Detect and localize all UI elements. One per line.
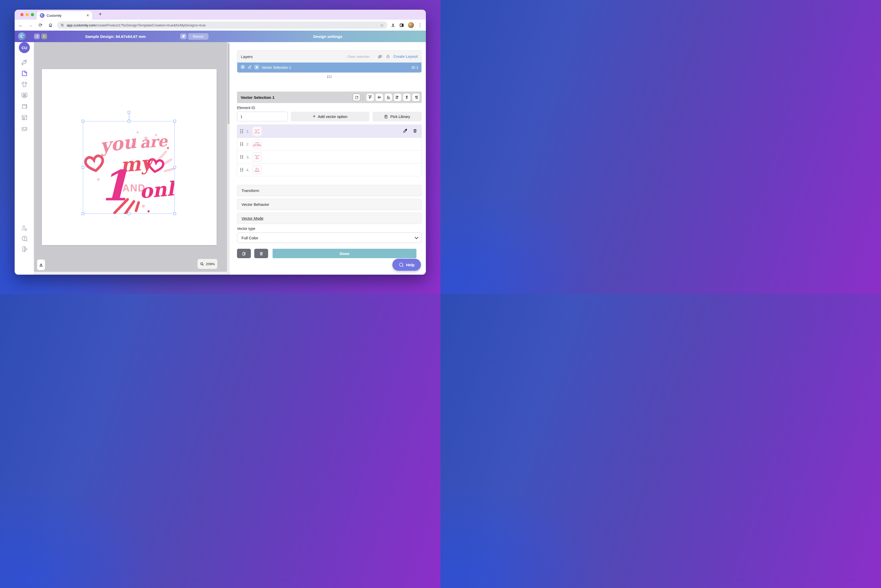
option-thumbnail[interactable]: you are my 1 and only (253, 127, 261, 136)
resize-button[interactable]: Resize (188, 33, 209, 40)
tag-button[interactable] (180, 33, 186, 39)
element-id-input[interactable] (237, 112, 288, 122)
canvas-scrollbar[interactable] (227, 42, 230, 274)
align-left-icon[interactable] (394, 94, 401, 101)
bookmark-icon[interactable]: ☆ (378, 23, 386, 28)
mockup-monitor-icon[interactable] (21, 92, 28, 99)
profile-avatar[interactable] (408, 22, 414, 28)
vector-option-row-3[interactable]: 3. you are the Best (237, 150, 422, 163)
align-center-icon[interactable] (403, 94, 410, 101)
canvas-scrollbar-thumb[interactable] (228, 43, 230, 124)
option-thumbnail[interactable]: you are the Best (253, 153, 261, 161)
drag-handle-icon[interactable] (240, 142, 243, 146)
store-icon[interactable] (21, 114, 28, 121)
element-id-row: + Add vector option Pick Library (237, 112, 422, 122)
layer-unlock-icon[interactable] (248, 65, 252, 70)
design-file-icon[interactable] (21, 70, 28, 77)
customily-logo[interactable]: C (18, 32, 26, 40)
selection-handle-se[interactable] (173, 212, 176, 215)
vector-option-row-4[interactable]: 4. love you to infinity (237, 163, 422, 176)
rocket-icon[interactable] (21, 59, 28, 66)
help-button[interactable]: Help (392, 259, 421, 271)
layer-star-icon[interactable] (254, 64, 259, 70)
download-design-button[interactable] (37, 260, 45, 270)
lock-all-icon[interactable] (386, 54, 390, 58)
canvas-scroll-strip[interactable] (34, 272, 227, 274)
delete-option-icon[interactable] (413, 128, 417, 134)
hide-all-icon[interactable] (377, 54, 383, 59)
sidebar-divider (15, 55, 34, 55)
align-bottom-icon[interactable] (385, 94, 392, 101)
vector-option-row-1[interactable]: 1. you are my 1 and only (237, 125, 422, 138)
address-bar[interactable]: app.customily.com/createProduct1?forDesi… (57, 21, 387, 29)
layer-visibility-icon[interactable] (240, 64, 245, 70)
zoom-control[interactable]: 209% (198, 259, 218, 269)
option-thumbnail[interactable]: love you to infinity (253, 165, 261, 174)
selection-handle-w[interactable] (82, 166, 84, 169)
chevron-down-icon (414, 236, 418, 239)
new-tab-button[interactable]: + (97, 11, 104, 18)
layer-row-selected[interactable]: Vector Selection 1 ID 1 (237, 63, 422, 72)
inbox-icon[interactable] (21, 125, 28, 132)
align-middle-icon[interactable] (376, 94, 383, 101)
drag-handle-icon[interactable] (240, 129, 243, 133)
rotation-handle[interactable] (128, 111, 130, 114)
home-icon[interactable] (47, 21, 54, 29)
site-settings-icon[interactable] (60, 23, 65, 27)
account-settings-icon[interactable] (21, 225, 28, 232)
drag-handle-icon[interactable] (240, 155, 243, 159)
reload-icon[interactable]: ⟳ (37, 21, 45, 29)
panel-drag-grip[interactable] (237, 76, 422, 78)
undo-button[interactable]: ↺ (34, 33, 40, 39)
downloads-icon[interactable] (390, 23, 396, 28)
vector-mode-section[interactable]: Vector Mode (237, 213, 422, 224)
drag-handle-icon[interactable] (240, 168, 243, 172)
selection-handle-nw[interactable] (82, 120, 84, 122)
layer-name: Vector Selection 1 (261, 65, 409, 70)
edit-option-icon[interactable] (403, 128, 408, 134)
browser-tab[interactable]: C Customily × (37, 11, 92, 20)
option-number: 3. (246, 155, 253, 159)
selection-box[interactable] (83, 121, 175, 214)
vector-option-row-2[interactable]: 2. I love you more than PIZZA (237, 138, 422, 150)
option-thumbnail[interactable]: I love you more than PIZZA (253, 140, 261, 148)
align-right-icon[interactable] (412, 94, 420, 101)
vector-behavior-section[interactable]: Vector Behavior (237, 199, 422, 210)
create-layout-button[interactable]: Create Layout (393, 54, 418, 58)
close-tab-icon[interactable]: × (87, 13, 89, 18)
traffic-light-close[interactable] (20, 13, 24, 16)
back-icon[interactable]: ← (17, 21, 25, 29)
expand-element-icon[interactable] (353, 94, 360, 101)
add-vector-option-button[interactable]: + Add vector option (291, 112, 369, 122)
header-divider-dot: · (373, 55, 374, 58)
done-button[interactable]: Done (273, 249, 416, 258)
selection-handle-s[interactable] (128, 212, 130, 215)
traffic-light-zoom[interactable] (31, 13, 34, 16)
card-template-icon[interactable] (21, 103, 28, 110)
clear-selection-button[interactable]: Clear selection (347, 55, 369, 58)
help-label: Help (406, 262, 414, 267)
shirt-icon[interactable] (21, 81, 28, 88)
selection-handle-n[interactable] (128, 120, 130, 122)
selection-handle-e[interactable] (173, 166, 176, 169)
account-avatar[interactable]: CU (19, 42, 30, 53)
traffic-light-minimize[interactable] (26, 13, 29, 16)
align-top-icon[interactable] (366, 94, 374, 101)
transform-section[interactable]: Transform (237, 185, 422, 196)
element-section-bar: Vector Selection 1 (237, 92, 422, 103)
help-bubble-icon[interactable] (21, 235, 28, 242)
forward-icon[interactable]: → (27, 21, 35, 29)
browser-menu-icon[interactable]: ⋮ (418, 22, 422, 28)
selection-handle-ne[interactable] (173, 120, 176, 122)
logout-icon[interactable] (21, 246, 28, 253)
vector-type-select[interactable]: Full Color (237, 232, 422, 243)
selection-handle-sw[interactable] (82, 212, 84, 215)
side-panel-icon[interactable] (399, 23, 404, 28)
design-canvas[interactable]: you are my 1 AND only (34, 42, 227, 274)
option-number: 2. (246, 142, 253, 147)
redo-button[interactable]: ↻ (41, 33, 47, 39)
delete-element-button[interactable] (254, 249, 268, 258)
pick-library-button[interactable]: Pick Library (372, 112, 422, 122)
app-header: C ↺ ↻ Sample Design: 84.67x84.67 mm Resi… (15, 31, 426, 42)
duplicate-button[interactable] (237, 249, 251, 258)
